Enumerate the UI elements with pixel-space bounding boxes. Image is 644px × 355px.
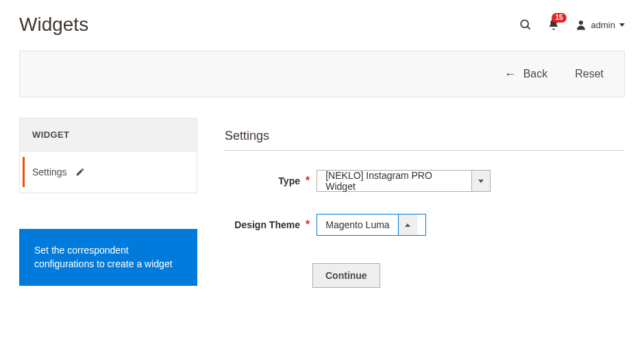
sidebar-item-settings[interactable]: Settings	[19, 151, 197, 193]
sidebar-item-label: Settings	[32, 167, 67, 178]
page-title: Widgets	[19, 14, 88, 36]
callout-box: Set the correspondent configurations to …	[19, 229, 197, 286]
type-select[interactable]: [NEKLO] Instagram PRO Widget	[317, 170, 491, 192]
user-menu[interactable]: admin	[575, 19, 625, 31]
back-button[interactable]: ← Back	[504, 68, 548, 80]
content-title: Settings	[225, 129, 625, 151]
theme-value: Magento Luma	[317, 215, 397, 235]
chevron-down-icon	[471, 171, 491, 191]
user-name: admin	[591, 20, 615, 30]
chevron-up-icon	[398, 215, 417, 235]
continue-button[interactable]: Continue	[312, 263, 380, 288]
required-marker: *	[306, 219, 310, 231]
notifications-button[interactable]: 15	[547, 19, 560, 31]
reset-label: Reset	[575, 68, 604, 80]
svg-line-1	[527, 27, 530, 29]
required-marker: *	[306, 175, 310, 187]
chevron-down-icon	[619, 23, 625, 27]
arrow-left-icon: ←	[504, 68, 517, 80]
back-label: Back	[523, 68, 548, 80]
type-value: [NEKLO] Instagram PRO Widget	[317, 171, 471, 191]
svg-point-2	[579, 21, 583, 25]
pencil-icon	[75, 167, 85, 177]
user-icon	[575, 19, 587, 31]
search-button[interactable]	[519, 18, 532, 32]
theme-select[interactable]: Magento Luma	[317, 214, 426, 236]
reset-button[interactable]: Reset	[575, 68, 604, 80]
type-label: Type	[225, 175, 300, 186]
theme-label: Design Theme	[190, 219, 300, 230]
svg-point-0	[521, 20, 528, 27]
search-icon	[519, 18, 532, 32]
notification-badge: 15	[552, 13, 566, 23]
action-bar: ← Back Reset	[19, 51, 625, 97]
sidebar-section-header: WIDGET	[19, 118, 197, 151]
